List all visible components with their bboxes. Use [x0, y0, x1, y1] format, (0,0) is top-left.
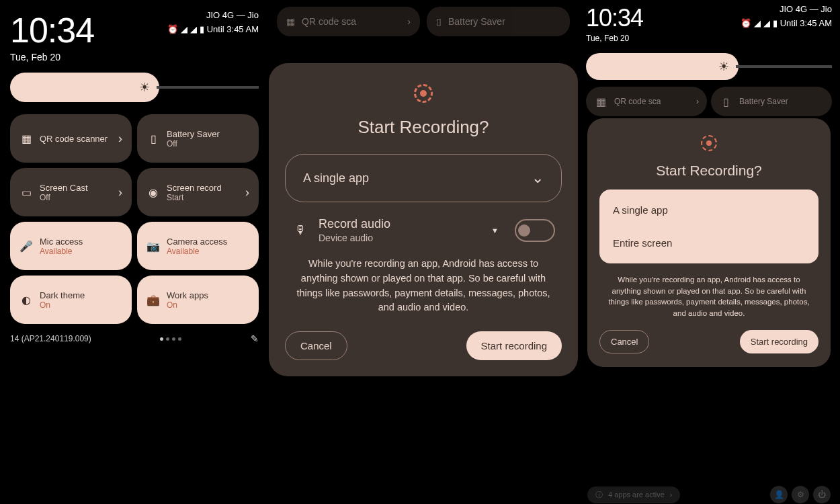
build-number: 14 (AP21.240119.009) — [10, 334, 91, 343]
status-bar: 10:34 Tue, Feb 20 JIO 4G — Jio ⏰ ◢ ◢ ▮ U… — [10, 10, 259, 62]
tile-screen-cast[interactable]: ▭ Screen CastOff › — [10, 168, 132, 216]
alarm-icon: ⏰ — [167, 24, 178, 34]
quick-settings-panel: 10:34 Tue, Feb 20 JIO 4G — Jio ⏰ ◢ ◢ ▮ U… — [0, 0, 269, 504]
qr-icon: ▦ — [19, 132, 33, 145]
partial-qr-tile: ▦ QR code sca › — [277, 7, 420, 36]
mic-icon: 🎙 — [294, 223, 309, 237]
privacy-warning: While you're recording an app, Android h… — [285, 257, 562, 315]
chevron-right-icon: › — [118, 185, 122, 200]
mic-icon: 🎤 — [19, 239, 33, 253]
record-audio-row: 🎙 Record audio Device audio ▼ — [285, 217, 562, 243]
cancel-button[interactable]: Cancel — [285, 331, 347, 360]
partial-battery-tile: ▯ Battery Saver — [427, 7, 570, 36]
wifi-icon: ◢ — [754, 18, 761, 28]
toggle-knob — [518, 224, 530, 237]
brightness-icon: ☀ — [718, 59, 729, 74]
dialog-buttons: Cancel Start recording — [599, 330, 818, 353]
dialog-title: Start Recording? — [599, 163, 818, 179]
status-icons: ⏰ ◢ ◢ ▮ Until 3:45 AM — [741, 18, 832, 28]
clock-date: Tue, Feb 20 — [10, 52, 94, 62]
battery-icon: ▮ — [773, 18, 778, 28]
tile-camera-access[interactable]: 📷 Camera accessAvailable — [137, 222, 259, 270]
bottom-actions: 👤 ⚙ ⏻ — [770, 486, 831, 503]
tile-dark-theme[interactable]: ◐ Dark themeOn — [10, 276, 132, 324]
battery-icon: ▯ — [719, 95, 732, 108]
tile-work-apps[interactable]: 💼 Work appsOn — [137, 276, 259, 324]
battery-saver-icon: ▯ — [146, 132, 160, 145]
recording-dialog-panel: ▦ QR code sca › ▯ Battery Saver Start Re… — [269, 0, 578, 504]
status-right: JIO 4G — Jio ⏰ ◢ ◢ ▮ Until 3:45 AM — [167, 10, 259, 34]
start-recording-button[interactable]: Start recording — [466, 331, 562, 360]
start-recording-dialog: Start Recording? A single app Entire scr… — [587, 118, 831, 367]
chevron-down-icon: ⌄ — [532, 169, 544, 187]
brightness-fill: ☀ — [10, 73, 159, 102]
tile-battery-saver[interactable]: ▯ Battery SaverOff — [137, 114, 259, 163]
audio-toggle[interactable] — [515, 219, 555, 242]
brightness-fill: ☀ — [586, 53, 739, 80]
partial-battery-tile: ▯ Battery Saver — [711, 87, 832, 116]
until-label: Until 3:45 AM — [780, 18, 832, 28]
audio-title: Record audio — [319, 217, 482, 231]
partial-qr-tile: ▦ QR code sca › — [586, 87, 707, 116]
start-recording-button[interactable]: Start recording — [740, 330, 818, 353]
recording-dropdown-panel: 10:34 Tue, Feb 20 JIO 4G — Jio ⏰ ◢ ◢ ▮ U… — [578, 0, 840, 504]
record-dialog-icon — [413, 83, 433, 103]
signal-icon: ◢ — [190, 24, 197, 34]
dark-icon: ◐ — [19, 293, 33, 306]
brightness-slider[interactable]: ☀ — [10, 73, 259, 102]
work-icon: 💼 — [146, 293, 160, 306]
dropdown-icon[interactable]: ▼ — [491, 226, 499, 235]
scope-select[interactable]: A single app ⌄ — [285, 154, 562, 202]
status-bar: 10:34 Tue, Feb 20 JIO 4G — Jio ⏰ ◢ ◢ ▮ U… — [586, 0, 832, 43]
wifi-icon: ◢ — [181, 24, 187, 34]
dialog-title: Start Recording? — [285, 117, 562, 138]
brightness-track — [157, 86, 259, 89]
partial-tiles-bg: ▦ QR code sca › ▯ Battery Saver — [269, 0, 578, 36]
status-icons: ⏰ ◢ ◢ ▮ Until 3:45 AM — [167, 24, 259, 34]
clock-date: Tue, Feb 20 — [586, 34, 643, 43]
carrier-label: JIO 4G — Jio — [206, 10, 259, 20]
alarm-icon: ⏰ — [741, 18, 751, 28]
tile-screen-record[interactable]: ◉ Screen recordStart › — [137, 168, 259, 216]
qr-icon: ▦ — [286, 16, 295, 27]
brightness-track — [736, 65, 832, 68]
start-recording-dialog: Start Recording? A single app ⌄ 🎙 Record… — [269, 63, 578, 376]
edit-icon[interactable]: ✎ — [251, 333, 259, 344]
scope-select-value: A single app — [303, 171, 369, 185]
dialog-buttons: Cancel Start recording — [285, 331, 562, 360]
power-icon[interactable]: ⏻ — [813, 486, 831, 503]
signal-icon: ◢ — [763, 18, 770, 28]
tile-mic-access[interactable]: 🎤 Mic accessAvailable — [10, 222, 132, 270]
chevron-right-icon: › — [670, 491, 673, 499]
until-label: Until 3:45 AM — [207, 24, 259, 34]
scope-dropdown-open: A single app Entire screen — [599, 190, 818, 263]
carrier-label: JIO 4G — Jio — [780, 4, 832, 14]
settings-icon[interactable]: ⚙ — [792, 486, 809, 503]
brightness-icon: ☀ — [139, 80, 150, 95]
status-right: JIO 4G — Jio ⏰ ◢ ◢ ▮ Until 3:45 AM — [741, 4, 832, 28]
bottom-bar: ⓘ 4 apps are active › 👤 ⚙ ⏻ — [578, 485, 840, 504]
camera-icon: 📷 — [146, 239, 160, 253]
user-icon[interactable]: 👤 — [770, 486, 788, 503]
qr-icon: ▦ — [594, 95, 607, 108]
record-icon: ◉ — [146, 185, 160, 199]
info-icon: ⓘ — [595, 490, 603, 500]
chevron-right-icon: › — [118, 132, 122, 146]
qs-tiles: ▦ QR code scanner › ▯ Battery SaverOff ▭… — [10, 114, 259, 324]
brightness-slider[interactable]: ☀ — [586, 53, 832, 80]
time-block: 10:34 Tue, Feb 20 — [10, 10, 94, 62]
cast-icon: ▭ — [19, 185, 33, 199]
option-entire-screen[interactable]: Entire screen — [599, 226, 818, 259]
qs-footer: 14 (AP21.240119.009) ✎ — [10, 333, 259, 344]
active-apps-chip[interactable]: ⓘ 4 apps are active › — [587, 487, 680, 503]
record-dialog-icon — [699, 133, 719, 153]
clock-time: 10:34 — [10, 10, 94, 50]
qs-tiles-bg: ▦ QR code sca › ▯ Battery Saver — [586, 87, 832, 116]
tile-qr-scanner[interactable]: ▦ QR code scanner › — [10, 114, 132, 163]
clock-time: 10:34 — [586, 4, 643, 32]
cancel-button[interactable]: Cancel — [599, 330, 649, 353]
privacy-warning: While you're recording an app, Android h… — [599, 274, 818, 319]
time-block: 10:34 Tue, Feb 20 — [586, 4, 643, 43]
page-dots — [160, 337, 181, 341]
option-single-app[interactable]: A single app — [599, 194, 818, 226]
